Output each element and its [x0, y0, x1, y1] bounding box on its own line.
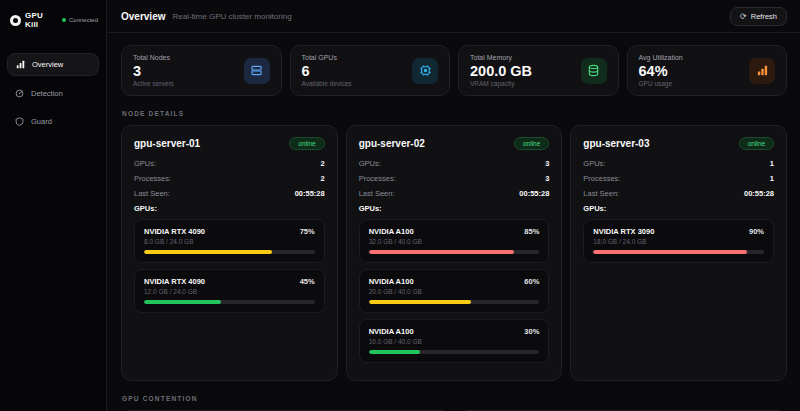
node-info: GPUs: 3 Processes: 3 Last Seen: 00:55:28: [359, 159, 550, 198]
stat-sub: GPU usage: [639, 80, 683, 87]
info-row-last-seen: Last Seen: 00:55:28: [583, 189, 774, 198]
stat-card-avg-utilization: Avg Utilization 64% GPU usage: [627, 45, 788, 96]
sidebar-item-overview[interactable]: Overview: [7, 53, 99, 76]
stat-sub: VRAM capacity: [470, 80, 532, 87]
sidebar: GPU Kill Connected Overview Detection Gu…: [0, 0, 107, 411]
stat-value: 200.0 GB: [470, 63, 532, 79]
utilization-bar-fill: [144, 250, 272, 254]
stat-text: Total GPUs 6 Available devices: [302, 54, 352, 87]
info-value: 2: [321, 174, 325, 183]
gpu-list-label: GPUs:: [359, 204, 550, 213]
gpu-row: NVIDIA RTX 4090 75% 8.0 GB / 24.0 GB: [134, 219, 325, 263]
node-card-gpu-server-02: gpu-server-02 online GPUs: 3 Processes: …: [346, 125, 563, 381]
info-value: 00:55:28: [744, 189, 774, 198]
refresh-button[interactable]: ⟳ Refresh: [730, 7, 787, 26]
info-row-gpus: GPUs: 3: [359, 159, 550, 168]
refresh-label: Refresh: [751, 12, 777, 21]
utilization-bar: [369, 300, 540, 304]
info-label: GPUs:: [583, 159, 605, 168]
info-label: GPUs:: [359, 159, 381, 168]
utilization-bar: [369, 350, 540, 354]
gpu-row: NVIDIA A100 60% 20.0 GB / 40.0 GB: [359, 269, 550, 313]
connected-dot-icon: [62, 18, 66, 22]
page-title: Overview: [121, 11, 165, 22]
stats-row: Total Nodes 3 Active servers Total GPUs …: [121, 45, 787, 96]
refresh-icon: ⟳: [740, 12, 747, 21]
stat-label: Total Nodes: [133, 54, 174, 61]
stat-text: Total Memory 200.0 GB VRAM capacity: [470, 54, 532, 87]
node-details-section-label: NODE DETAILS: [122, 110, 786, 117]
server-icon: [244, 58, 270, 84]
utilization-bar-fill: [369, 250, 514, 254]
gpu-model: NVIDIA RTX 3090: [593, 227, 654, 236]
status-badge: online: [739, 137, 774, 150]
gpu-model: NVIDIA RTX 4090: [144, 277, 205, 286]
info-label: Last Seen:: [359, 189, 395, 198]
utilization-bar: [144, 300, 315, 304]
stat-card-total-gpus: Total GPUs 6 Available devices: [290, 45, 451, 96]
info-value: 1: [770, 159, 774, 168]
utilization-bar-fill: [369, 300, 471, 304]
gpu-utilization: 90%: [749, 227, 764, 236]
stat-label: Total Memory: [470, 54, 532, 61]
node-name: gpu-server-01: [134, 138, 200, 149]
gpu-list-label: GPUs:: [583, 204, 774, 213]
info-label: GPUs:: [134, 159, 156, 168]
gpu-contention-section-label: GPU CONTENTION: [122, 395, 786, 402]
gpu-list-label: GPUs:: [134, 204, 325, 213]
gpu-memory: 18.0 GB / 24.0 GB: [593, 238, 764, 245]
gpu-utilization: 75%: [300, 227, 315, 236]
info-value: 2: [321, 159, 325, 168]
stat-sub: Available devices: [302, 80, 352, 87]
gpu-memory: 20.0 GB / 40.0 GB: [369, 288, 540, 295]
node-info: GPUs: 2 Processes: 2 Last Seen: 00:55:28: [134, 159, 325, 198]
utilization-bar: [593, 250, 764, 254]
sidebar-item-label: Overview: [32, 60, 63, 69]
node-name: gpu-server-03: [583, 138, 649, 149]
info-value: 00:55:28: [295, 189, 325, 198]
info-value: 3: [545, 159, 549, 168]
info-row-processes: Processes: 3: [359, 174, 550, 183]
gpu-utilization: 30%: [524, 327, 539, 336]
gpu-model: NVIDIA RTX 4090: [144, 227, 205, 236]
shield-icon: [15, 117, 24, 126]
info-label: Last Seen:: [583, 189, 619, 198]
app-logo-icon: [10, 15, 21, 26]
brand: GPU Kill Connected: [0, 0, 106, 39]
gpu-model: NVIDIA A100: [369, 277, 414, 286]
node-header: gpu-server-03 online: [583, 137, 774, 150]
node-cards-row: gpu-server-01 online GPUs: 2 Processes: …: [121, 125, 787, 381]
utilization-icon: [749, 58, 775, 84]
node-card-gpu-server-03: gpu-server-03 online GPUs: 1 Processes: …: [570, 125, 787, 381]
info-label: Processes:: [583, 174, 620, 183]
stat-sub: Active servers: [133, 80, 174, 87]
sidebar-item-label: Guard: [31, 117, 52, 126]
info-value: 1: [770, 174, 774, 183]
sidebar-nav: Overview Detection Guard: [0, 53, 106, 132]
connection-status: Connected: [62, 17, 98, 23]
info-value: 00:55:28: [519, 189, 549, 198]
info-row-last-seen: Last Seen: 00:55:28: [359, 189, 550, 198]
node-info: GPUs: 1 Processes: 1 Last Seen: 00:55:28: [583, 159, 774, 198]
gpu-utilization: 85%: [524, 227, 539, 236]
gpu-model: NVIDIA A100: [369, 227, 414, 236]
info-row-gpus: GPUs: 2: [134, 159, 325, 168]
info-row-processes: Processes: 1: [583, 174, 774, 183]
gpu-memory: 8.0 GB / 24.0 GB: [144, 238, 315, 245]
main-area: Overview Real-time GPU cluster monitorin…: [108, 0, 800, 411]
gpu-utilization: 45%: [300, 277, 315, 286]
node-card-gpu-server-01: gpu-server-01 online GPUs: 2 Processes: …: [121, 125, 338, 381]
stat-value: 64%: [639, 63, 683, 79]
sidebar-item-detection[interactable]: Detection: [7, 83, 99, 104]
content: Total Nodes 3 Active servers Total GPUs …: [108, 33, 800, 411]
sidebar-item-guard[interactable]: Guard: [7, 111, 99, 132]
utilization-bar: [369, 250, 540, 254]
gpu-chip-icon: [412, 58, 438, 84]
gpu-memory: 32.0 GB / 40.0 GB: [369, 238, 540, 245]
stat-value: 3: [133, 63, 174, 79]
sidebar-item-label: Detection: [31, 89, 63, 98]
info-row-processes: Processes: 2: [134, 174, 325, 183]
status-badge: online: [289, 137, 324, 150]
stat-value: 6: [302, 63, 352, 79]
info-value: 3: [545, 174, 549, 183]
